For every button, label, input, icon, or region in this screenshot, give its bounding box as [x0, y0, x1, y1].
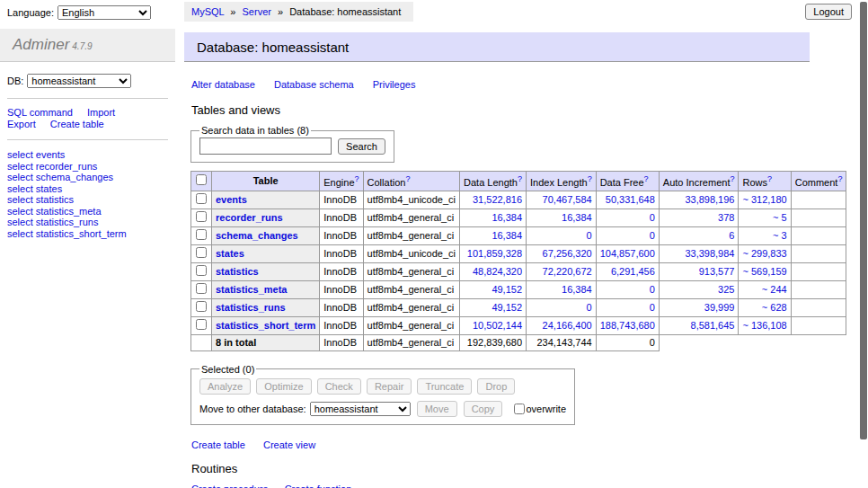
table-name-link[interactable]: statistics_runs [216, 302, 286, 313]
breadcrumb-mysql-link[interactable]: MySQL [191, 6, 224, 17]
sql-command-link[interactable]: SQL command [7, 107, 73, 118]
language-select[interactable]: English [58, 5, 151, 20]
collation-help-link[interactable]: ? [405, 174, 410, 183]
search-button[interactable]: Search [338, 138, 385, 155]
copy-button[interactable]: Copy [464, 401, 503, 417]
index-length-link[interactable]: 67,256,320 [543, 248, 592, 259]
auto-increment-link[interactable]: 33,898,196 [685, 194, 734, 205]
comment-help-link[interactable]: ? [837, 174, 842, 183]
database-schema-link[interactable]: Database schema [274, 79, 354, 90]
data-free-link[interactable]: 0 [650, 284, 655, 295]
table-name-link[interactable]: statistics [216, 266, 259, 277]
create-table-link-sidebar[interactable]: Create table [50, 119, 104, 129]
table-name-link[interactable]: statistics_meta [216, 284, 288, 295]
data-length-link[interactable]: 16,384 [492, 230, 522, 241]
table-name-link[interactable]: recorder_runs [216, 212, 283, 223]
row-checkbox[interactable] [196, 193, 207, 204]
table-name-link[interactable]: statistics_short_term [216, 320, 315, 331]
row-checkbox[interactable] [196, 247, 207, 258]
data-free-link[interactable]: 0 [650, 230, 655, 241]
move-database-select[interactable]: homeassistant [310, 402, 411, 416]
drop-button[interactable]: Drop [477, 378, 515, 395]
export-link[interactable]: Export [7, 119, 36, 129]
index-length-link[interactable]: 0 [587, 230, 592, 241]
auto-increment-link[interactable]: 8,581,645 [691, 320, 735, 331]
rows-count-link[interactable]: ~ 312,180 [742, 194, 786, 205]
row-checkbox[interactable] [196, 265, 207, 276]
table-name-link[interactable]: schema_changes [216, 230, 298, 241]
truncate-button[interactable]: Truncate [417, 378, 472, 395]
move-button[interactable]: Move [417, 401, 457, 417]
data-length-link[interactable]: 48,824,320 [473, 266, 522, 277]
select-schema-changes-link[interactable]: select schema_changes [7, 172, 113, 182]
data-length-link[interactable]: 101,859,328 [467, 248, 522, 259]
select-states-link[interactable]: select states [7, 183, 62, 194]
data-free-link[interactable]: 0 [650, 212, 655, 223]
check-button[interactable]: Check [317, 378, 361, 395]
rows-help-link[interactable]: ? [767, 174, 772, 183]
optimize-button[interactable]: Optimize [256, 378, 311, 395]
select-events-link[interactable]: select events [7, 149, 65, 160]
select-statistics-link[interactable]: select statistics [7, 194, 74, 205]
select-statistics-short-term-link[interactable]: select statistics_short_term [7, 228, 127, 239]
auto-increment-link[interactable]: 33,398,984 [685, 248, 734, 259]
rows-count-link[interactable]: ~ 3 [773, 230, 787, 241]
data-length-help-link[interactable]: ? [518, 174, 522, 183]
row-checkbox[interactable] [196, 229, 207, 240]
data-free-link[interactable]: 50,331,648 [606, 194, 655, 205]
index-length-link[interactable]: 72,220,672 [543, 266, 592, 277]
create-procedure-link[interactable]: Create procedure [191, 484, 269, 488]
data-free-link[interactable]: 188,743,680 [600, 320, 655, 331]
table-name-link[interactable]: states [216, 248, 244, 259]
db-select[interactable]: homeassistant [27, 74, 131, 88]
index-length-link[interactable]: 0 [587, 302, 592, 313]
row-checkbox[interactable] [196, 319, 207, 330]
logout-button[interactable]: Logout [805, 4, 852, 20]
overwrite-checkbox[interactable] [514, 404, 525, 414]
rows-count-link[interactable]: ~ 5 [773, 212, 787, 223]
create-view-link[interactable]: Create view [263, 439, 315, 450]
alter-database-link[interactable]: Alter database [191, 79, 255, 90]
auto-increment-link[interactable]: 6 [729, 230, 734, 241]
auto-increment-link[interactable]: 325 [718, 284, 734, 295]
index-length-link[interactable]: 24,166,400 [543, 320, 592, 331]
auto-increment-link[interactable]: 378 [718, 212, 734, 223]
select-all-checkbox[interactable] [196, 174, 207, 185]
repair-button[interactable]: Repair [367, 378, 412, 395]
search-input[interactable] [199, 138, 332, 155]
import-link[interactable]: Import [87, 107, 115, 118]
data-free-link[interactable]: 0 [650, 302, 655, 313]
index-length-help-link[interactable]: ? [588, 174, 592, 183]
auto-increment-link[interactable]: 39,999 [704, 302, 735, 313]
select-statistics-meta-link[interactable]: select statistics_meta [7, 206, 102, 217]
row-checkbox[interactable] [196, 211, 207, 222]
index-length-link[interactable]: 16,384 [562, 212, 592, 223]
index-length-link[interactable]: 70,467,584 [543, 194, 592, 205]
data-length-link[interactable]: 49,152 [492, 284, 522, 295]
data-free-help-link[interactable]: ? [644, 174, 649, 183]
create-table-link[interactable]: Create table [191, 439, 245, 450]
table-name-link[interactable]: events [216, 194, 247, 205]
data-length-link[interactable]: 31,522,816 [473, 194, 522, 205]
data-free-link[interactable]: 6,291,456 [611, 266, 655, 277]
row-checkbox[interactable] [196, 283, 207, 294]
breadcrumb-server-link[interactable]: Server [243, 6, 271, 17]
data-free-link[interactable]: 104,857,600 [600, 248, 655, 259]
rows-count-link[interactable]: ~ 299,833 [742, 248, 786, 259]
scrollbar-thumb[interactable] [860, 2, 867, 439]
vertical-scrollbar[interactable] [858, 0, 868, 488]
engine-help-link[interactable]: ? [355, 174, 359, 183]
select-statistics-runs-link[interactable]: select statistics_runs [7, 217, 98, 227]
rows-count-link[interactable]: ~ 628 [762, 302, 787, 313]
rows-count-link[interactable]: ~ 244 [762, 284, 787, 295]
auto-increment-help-link[interactable]: ? [730, 174, 734, 183]
rows-count-link[interactable]: ~ 569,159 [742, 266, 786, 277]
index-length-link[interactable]: 16,384 [562, 284, 592, 295]
rows-count-link[interactable]: ~ 136,108 [742, 320, 786, 331]
data-length-link[interactable]: 16,384 [492, 212, 522, 223]
data-length-link[interactable]: 49,152 [492, 302, 522, 313]
select-recorder-runs-link[interactable]: select recorder_runs [7, 161, 97, 172]
row-checkbox[interactable] [196, 301, 207, 312]
data-length-link[interactable]: 10,502,144 [473, 320, 522, 331]
analyze-button[interactable]: Analyze [199, 378, 251, 395]
